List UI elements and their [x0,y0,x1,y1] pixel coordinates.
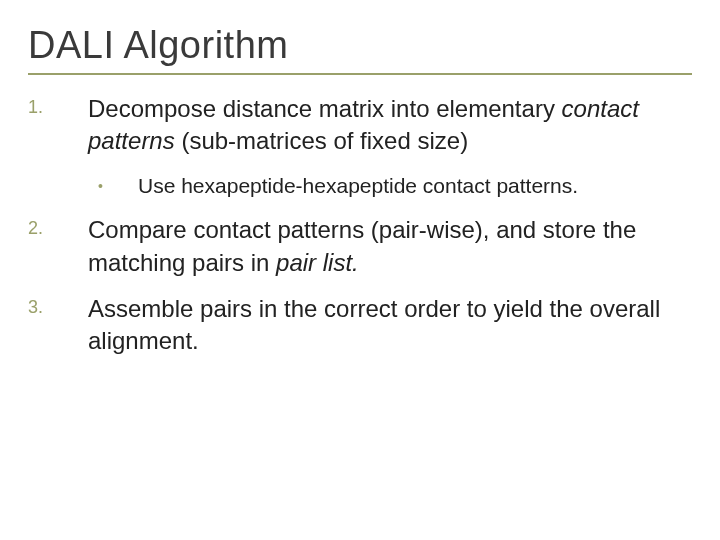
text-run: Decompose distance matrix into elementar… [88,95,562,122]
text-run: Compare contact patterns (pair-wise), an… [88,216,636,275]
list-text: Assemble pairs in the correct order to y… [88,293,692,358]
list-number: 3. [28,293,88,318]
slide-title: DALI Algorithm [28,24,692,67]
sub-list-text: Use hexapeptide-hexapeptide contact patt… [138,172,692,200]
list-item: 2. Compare contact patterns (pair-wise),… [28,214,692,279]
list-number: 2. [28,214,88,239]
list-number: 1. [28,93,88,118]
list-text: Compare contact patterns (pair-wise), an… [88,214,692,279]
text-run: (sub-matrices of fixed size) [175,127,468,154]
list-item: 3. Assemble pairs in the correct order t… [28,293,692,358]
list-text: Decompose distance matrix into elementar… [88,93,692,158]
bullet-icon: • [98,172,138,194]
text-run: Assemble pairs in the correct order to y… [88,295,660,354]
title-container: DALI Algorithm [28,24,692,75]
slide: DALI Algorithm 1. Decompose distance mat… [0,0,720,540]
sub-list-item: • Use hexapeptide-hexapeptide contact pa… [28,172,692,200]
list-item: 1. Decompose distance matrix into elemen… [28,93,692,158]
text-run-italic: pair list. [276,249,359,276]
ordered-list: 1. Decompose distance matrix into elemen… [28,93,692,358]
